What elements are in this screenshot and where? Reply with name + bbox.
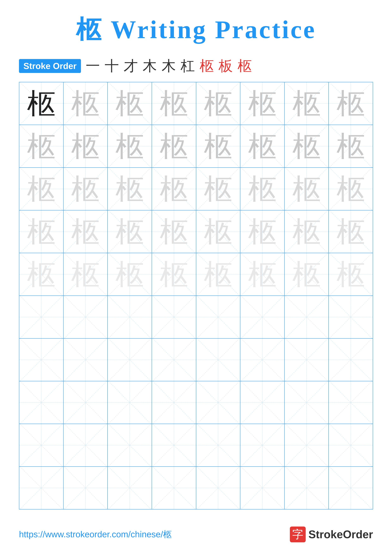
grid-cell[interactable]: 柩 [152,253,196,296]
grid-cell[interactable] [108,467,152,509]
grid-cell[interactable]: 柩 [329,210,373,253]
grid-cell[interactable] [108,424,152,466]
grid-cell[interactable] [152,424,196,466]
grid-cell[interactable]: 柩 [64,210,108,253]
footer-url[interactable]: https://www.strokeorder.com/chinese/柩 [19,529,172,540]
grid-row[interactable] [19,381,373,424]
grid-row[interactable]: 柩 柩 柩 柩 柩 柩 柩 柩 [19,210,373,253]
grid-cell[interactable]: 柩 [196,253,241,296]
grid-cell[interactable]: 柩 [285,125,329,167]
grid-cell[interactable]: 柩 [196,168,241,210]
svg-line-85 [108,296,151,338]
grid-cell[interactable]: 柩 [108,253,152,296]
svg-line-131 [64,424,107,466]
grid-cell[interactable]: 柩 [285,253,329,296]
grid-cell[interactable]: 柩 [196,125,241,167]
grid-cell[interactable]: 柩 [152,82,196,125]
grid-cell[interactable]: 柩 [240,125,285,167]
grid-cell[interactable]: 柩 [19,82,64,125]
svg-line-155 [241,467,284,509]
grid-cell[interactable] [240,424,285,466]
grid-cell[interactable]: 柩 [108,125,152,167]
grid-row[interactable] [19,424,373,467]
grid-cell[interactable]: 柩 [196,82,241,125]
grid-cell[interactable] [240,467,285,509]
svg-line-84 [108,296,151,338]
grid-cell[interactable]: 柩 [64,253,108,296]
grid-cell[interactable] [196,467,241,509]
svg-line-95 [329,296,372,338]
grid-cell[interactable] [196,339,241,381]
grid-cell[interactable] [196,381,241,424]
grid-cell[interactable]: 柩 [64,168,108,210]
svg-line-139 [241,424,284,466]
grid-cell[interactable] [196,424,241,466]
grid-cell[interactable] [152,381,196,424]
grid-cell[interactable] [329,296,373,338]
grid-cell[interactable]: 柩 [240,210,285,253]
grid-cell[interactable]: 柩 [240,253,285,296]
grid-cell[interactable] [19,381,64,424]
svg-line-146 [64,467,107,509]
grid-row[interactable] [19,339,373,381]
grid-cell[interactable] [19,296,64,338]
grid-cell[interactable]: 柩 [64,125,108,167]
grid-cell[interactable] [152,467,196,509]
grid-cell[interactable] [152,339,196,381]
grid-cell[interactable] [64,339,108,381]
grid-cell[interactable]: 柩 [285,168,329,210]
grid-cell[interactable]: 柩 [108,210,152,253]
grid-cell[interactable]: 柩 [196,210,241,253]
grid-cell[interactable]: 柩 [329,125,373,167]
grid-cell[interactable] [64,424,108,466]
grid-cell[interactable]: 柩 [285,82,329,125]
grid-row[interactable]: 柩 柩 柩 柩 柩 柩 柩 柩 [19,253,373,296]
grid-cell[interactable]: 柩 [240,168,285,210]
grid-row[interactable]: 柩 柩 柩 柩 柩 柩 柩 柩 [19,82,373,125]
grid-cell[interactable] [240,381,285,424]
grid-cell[interactable]: 柩 [329,168,373,210]
grid-cell[interactable] [285,424,329,466]
grid-cell[interactable]: 柩 [240,82,285,125]
grid-cell[interactable] [329,467,373,509]
grid-cell[interactable]: 柩 [19,253,64,296]
grid-cell[interactable] [19,424,64,466]
grid-cell[interactable] [64,467,108,509]
grid-row[interactable]: 柩 柩 柩 柩 柩 柩 柩 柩 [19,168,373,210]
grid-cell[interactable]: 柩 [108,82,152,125]
grid-cell[interactable] [329,339,373,381]
grid-cell[interactable] [19,339,64,381]
grid-cell[interactable] [285,296,329,338]
grid-cell[interactable] [240,339,285,381]
svg-line-115 [64,381,107,424]
grid-cell[interactable]: 柩 [329,253,373,296]
grid-cell[interactable] [285,381,329,424]
grid-cell[interactable] [240,296,285,338]
grid-cell[interactable]: 柩 [285,210,329,253]
grid-cell[interactable]: 柩 [19,168,64,210]
grid-row[interactable] [19,467,373,509]
stroke-order-badge: Stroke Order [19,59,81,73]
grid-cell[interactable] [19,467,64,509]
grid-cell[interactable] [64,381,108,424]
grid-cell[interactable] [108,296,152,338]
grid-cell[interactable]: 柩 [108,168,152,210]
grid-cell[interactable] [152,296,196,338]
grid-cell[interactable] [108,381,152,424]
grid-cell[interactable] [329,424,373,466]
grid-cell[interactable]: 柩 [152,210,196,253]
grid-cell[interactable] [108,339,152,381]
grid-cell[interactable]: 柩 [329,82,373,125]
grid-cell[interactable]: 柩 [152,125,196,167]
grid-cell[interactable] [329,381,373,424]
grid-row[interactable] [19,296,373,339]
grid-cell[interactable]: 柩 [64,82,108,125]
grid-cell[interactable] [196,296,241,338]
grid-cell[interactable]: 柩 [19,210,64,253]
grid-row[interactable]: 柩 柩 柩 柩 柩 柩 柩 柩 [19,125,373,168]
grid-cell[interactable]: 柩 [152,168,196,210]
grid-cell[interactable] [64,296,108,338]
grid-cell[interactable] [285,467,329,509]
grid-cell[interactable] [285,339,329,381]
grid-cell[interactable]: 柩 [19,125,64,167]
